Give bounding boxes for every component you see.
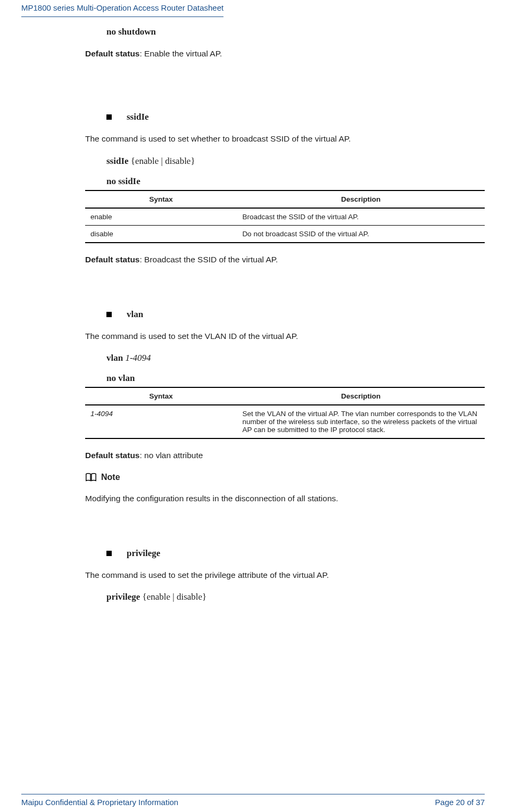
cmd-args: {enable | disable} [131, 156, 195, 166]
cell-syntax: 1-4094 [85, 405, 237, 438]
book-icon [85, 473, 97, 482]
shutdown-default: Default status: Enable the virtual AP. [85, 47, 485, 61]
heading-text: vlan [127, 309, 143, 320]
ssidie-table: Syntax Description enable Broadcast the … [85, 190, 485, 243]
bullet-icon [106, 312, 112, 317]
cmd-args: 1-4094 [125, 353, 151, 363]
th-desc: Description [237, 190, 485, 208]
ssidie-no-cmd: no ssidIe [106, 176, 485, 187]
note-label: Note [101, 473, 120, 482]
table-row: disable Do not broadcast SSID of the vir… [85, 225, 485, 243]
cmd-text: no shutdown [106, 27, 156, 37]
cell-desc: Broadcast the SSID of the virtual AP. [237, 208, 485, 226]
privilege-cmd: privilege {enable | disable} [106, 592, 485, 602]
table-row: enable Broadcast the SSID of the virtual… [85, 208, 485, 226]
note-heading: Note [85, 473, 485, 482]
cell-desc: Do not broadcast SSID of the virtual AP. [237, 225, 485, 243]
footer-rule [21, 794, 485, 794]
heading-text: privilege [127, 548, 160, 559]
footer-right: Page 20 of 37 [435, 798, 485, 807]
privilege-heading: privilege [106, 548, 485, 559]
vlan-cmd: vlan 1-4094 [106, 353, 485, 363]
default-label: Default status [85, 255, 140, 264]
no-shutdown-cmd: no shutdown [106, 27, 485, 37]
footer-left: Maipu Confidential & Proprietary Informa… [21, 798, 178, 807]
default-label: Default status [85, 49, 140, 58]
default-label: Default status [85, 451, 140, 460]
cmd-text: no ssidIe [106, 176, 140, 186]
page-header: MP1800 series Multi-Operation Access Rou… [21, 0, 485, 16]
vlan-intro: The command is used to set the VLAN ID o… [85, 329, 485, 343]
th-syntax: Syntax [85, 190, 237, 208]
th-desc: Description [237, 387, 485, 405]
cmd-text: no vlan [106, 373, 135, 383]
vlan-no-cmd: no vlan [106, 373, 485, 384]
page-footer: Maipu Confidential & Proprietary Informa… [0, 794, 506, 807]
vlan-heading: vlan [106, 309, 485, 320]
cmd-name: vlan [106, 353, 125, 363]
header-rule [21, 16, 223, 17]
vlan-default: Default status: no vlan attribute [85, 449, 485, 462]
default-text: : Broadcast the SSID of the virtual AP. [140, 255, 278, 264]
bullet-icon [106, 114, 112, 120]
cmd-name: ssidIe [106, 156, 131, 166]
cmd-name: privilege [106, 592, 143, 602]
th-syntax: Syntax [85, 387, 237, 405]
default-text: : no vlan attribute [140, 451, 203, 460]
ssidie-heading: ssidIe [106, 112, 485, 122]
vlan-table: Syntax Description 1-4094 Set the VLAN o… [85, 387, 485, 439]
ssidie-cmd: ssidIe {enable | disable} [106, 156, 485, 167]
cell-desc: Set the VLAN of the virtual AP. The vlan… [237, 405, 485, 438]
bullet-icon [106, 551, 112, 556]
cmd-args: {enable | disable} [143, 592, 207, 602]
cell-syntax: disable [85, 225, 237, 243]
table-row: 1-4094 Set the VLAN of the virtual AP. T… [85, 405, 485, 438]
ssidie-default: Default status: Broadcast the SSID of th… [85, 253, 485, 267]
content-area: no shutdown Default status: Enable the v… [85, 27, 485, 602]
privilege-intro: The command is used to set the privilege… [85, 568, 485, 582]
ssidie-intro: The command is used to set whether to br… [85, 132, 485, 146]
heading-text: ssidIe [127, 112, 149, 122]
default-text: : Enable the virtual AP. [140, 49, 222, 58]
cell-syntax: enable [85, 208, 237, 226]
note-text: Modifying the configuration results in t… [85, 492, 485, 506]
